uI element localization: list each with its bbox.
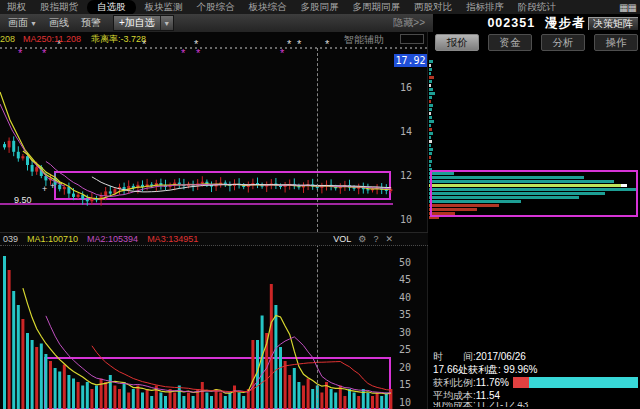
svg-text:*: * xyxy=(280,47,285,59)
content-area: ***********++ 208MA250:11.208乖离率:-3.728 … xyxy=(0,32,640,409)
chip-info-time-row: 时 间: 2017/06/26 xyxy=(433,350,638,363)
crosshair-vertical-line xyxy=(317,48,318,408)
chevron-down-icon: ▼ xyxy=(30,20,37,27)
volume-indicator-title[interactable]: VOL xyxy=(333,234,351,244)
avg-cost-label: 平均成本: xyxy=(433,389,476,402)
volume-tick-40: 40 xyxy=(399,292,423,303)
svg-text:*: * xyxy=(18,47,23,59)
svg-text:*: * xyxy=(181,47,186,59)
close-icon[interactable]: ✕ xyxy=(385,234,393,244)
tab-资金[interactable]: 资金 xyxy=(488,34,532,51)
legend-ma-value: MA250:11.208 xyxy=(23,34,81,44)
chip-info-ratio-row: 获利比例: 11.76% xyxy=(433,376,638,389)
help-icon[interactable]: ? xyxy=(373,234,378,244)
volume-tick-20: 20 xyxy=(399,362,423,373)
menu-item-多周期同屏[interactable]: 多周期同屏 xyxy=(346,1,408,14)
avg-cost-value: 11.54 xyxy=(476,389,500,402)
tab-操作[interactable]: 操作 xyxy=(594,34,638,51)
svg-text:*: * xyxy=(297,38,302,50)
right-panel-tabs: 报价资金分析操作 xyxy=(435,34,638,51)
volume-tick-35: 35 xyxy=(399,309,423,320)
ratio-label: 获利比例: xyxy=(433,376,476,389)
chip-svg xyxy=(429,52,640,348)
gear-icon[interactable]: ⚙ xyxy=(358,234,366,244)
svg-text:*: * xyxy=(42,47,47,59)
chip-info-cost-row: 平均成本: 11.54 xyxy=(433,389,638,402)
menu-item-股指期货[interactable]: 股指期货 xyxy=(33,1,85,14)
volume-tick-25: 25 xyxy=(399,344,423,355)
candlestick-svg: ***********++ xyxy=(0,32,428,232)
toolbar: 画面 ▼ 画线 预警 +加自选 ▼ 隐藏>> 002351 漫步者 决策矩阵 xyxy=(0,14,640,32)
volume-pane-header: 039 MA1:100710 MA2:105394 MA3:134951 VOL… xyxy=(0,232,428,246)
legend-bias-value: 乖离率:-3.728 xyxy=(91,34,146,44)
grid-layout-icon[interactable]: ▦▦ xyxy=(619,2,636,13)
smart-assist-label[interactable]: 智能辅助 xyxy=(344,33,384,47)
chart-area: ***********++ 208MA250:11.208乖离率:-3.728 … xyxy=(0,32,428,409)
chevron-down-icon: ▼ xyxy=(163,20,170,27)
time-label: 时 间: xyxy=(433,350,476,363)
volume-legend-partial: 039 xyxy=(3,234,18,244)
menu-item-自选股[interactable]: 自选股 xyxy=(87,0,136,15)
svg-text:*: * xyxy=(196,47,201,59)
profit-at-price: 17.66处获利盘: 99.96% xyxy=(433,363,538,376)
svg-text:*: * xyxy=(287,38,292,50)
profit-portion-bar xyxy=(529,377,638,388)
volume-pane-controls: VOL ⚙ ? ✕ xyxy=(333,234,393,244)
volume-ma2-value: MA2:105394 xyxy=(87,234,138,244)
volume-tick-15: 15 xyxy=(399,379,423,390)
add-watchlist-dropdown[interactable]: ▼ xyxy=(160,16,173,30)
chip-info-block: 时 间: 2017/06/26 17.66处获利盘: 99.96% 获利比例: … xyxy=(433,350,638,407)
menu-item-板块综合[interactable]: 板块综合 xyxy=(242,1,294,14)
price-tick-10: 10 xyxy=(400,214,426,225)
loss-portion-bar xyxy=(513,377,529,388)
menu-item-期权[interactable]: 期权 xyxy=(0,1,33,14)
volume-tick-30: 30 xyxy=(399,327,423,338)
top-menu-bar: 期权股指期货自选股板块监测个股综合板块综合多股同屏多周期同屏两股对比指标排序阶段… xyxy=(0,0,640,14)
tab-报价[interactable]: 报价 xyxy=(435,34,479,51)
mini-window-icon xyxy=(400,34,424,44)
stock-code: 002351 xyxy=(487,16,535,30)
add-watchlist-label: +加自选 xyxy=(114,16,160,30)
ratio-value: 11.76% xyxy=(476,376,509,389)
menu-items: 期权股指期货自选股板块监测个股综合板块综合多股同屏多周期同屏两股对比指标排序阶段… xyxy=(0,0,563,15)
current-price-badge: 17.92 xyxy=(394,54,427,67)
price-tick-12: 12 xyxy=(400,170,426,181)
add-watchlist-button[interactable]: +加自选 ▼ xyxy=(113,15,174,31)
stock-name: 漫步者 xyxy=(545,15,586,32)
cost-range-partial: 90%成本:11.21-12.43 xyxy=(433,402,528,407)
main-candlestick-chart[interactable]: ***********++ 208MA250:11.208乖离率:-3.728 … xyxy=(0,32,428,232)
indicator-legend: 208MA250:11.208乖离率:-3.728 xyxy=(0,33,146,46)
menu-item-两股对比[interactable]: 两股对比 xyxy=(407,1,459,14)
tab-分析[interactable]: 分析 xyxy=(541,34,585,51)
support-price-label: 9.50 xyxy=(14,195,32,205)
price-tick-16: 16 xyxy=(400,82,426,93)
volume-tick-50: 50 xyxy=(399,257,423,268)
chip-distribution-chart[interactable] xyxy=(429,52,640,348)
hide-panel-link[interactable]: 隐藏>> xyxy=(393,16,425,30)
menu-item-多股同屏[interactable]: 多股同屏 xyxy=(294,1,346,14)
profit-ratio-bar xyxy=(513,377,638,388)
price-tick-14: 14 xyxy=(400,126,426,137)
svg-text:+: + xyxy=(42,184,47,194)
volume-svg xyxy=(0,247,428,409)
menu-item-个股综合[interactable]: 个股综合 xyxy=(190,1,242,14)
volume-ma1-value: MA1:100710 xyxy=(27,234,78,244)
volume-chart[interactable]: 504540353025201510 xyxy=(0,247,428,409)
menu-item-指标排序[interactable]: 指标排序 xyxy=(459,1,511,14)
legend-partial-value: 208 xyxy=(0,34,15,44)
time-value: 2017/06/26 xyxy=(476,350,526,363)
menu-item-板块监测[interactable]: 板块监测 xyxy=(138,1,190,14)
menu-item-阶段统计[interactable]: 阶段统计 xyxy=(511,1,563,14)
decision-matrix-button[interactable]: 决策矩阵 xyxy=(587,16,639,31)
svg-text:*: * xyxy=(325,38,330,50)
chip-info-profit-row: 17.66处获利盘: 99.96% xyxy=(433,363,638,376)
chip-info-partial-row: 90%成本:11.21-12.43 xyxy=(433,402,638,407)
right-quote-panel: 报价资金分析操作 时 间: 2017/06/26 17.66处获利盘: 99.9… xyxy=(429,32,640,409)
draw-line-button[interactable]: 画线 xyxy=(49,16,69,30)
screen-menu[interactable]: 画面 ▼ xyxy=(8,16,37,30)
volume-ma3-value: MA3:134951 xyxy=(147,234,198,244)
volume-tick-45: 45 xyxy=(399,274,423,285)
alert-button[interactable]: 预警 xyxy=(81,16,101,30)
trading-app-window: 期权股指期货自选股板块监测个股综合板块综合多股同屏多周期同屏两股对比指标排序阶段… xyxy=(0,0,640,409)
screen-menu-label: 画面 xyxy=(8,16,28,30)
